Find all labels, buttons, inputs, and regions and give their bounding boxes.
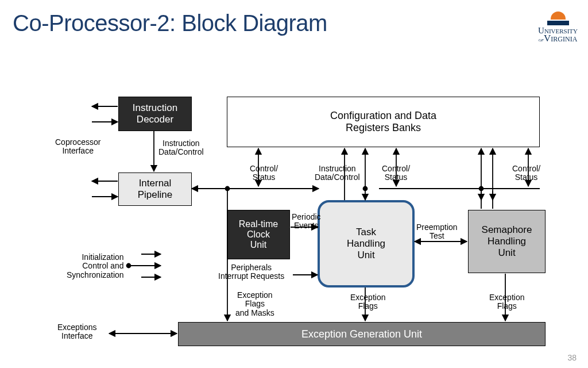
- label-instruction-data-control-1: Instruction Data/Control: [158, 139, 204, 157]
- svg-point-7: [226, 187, 230, 191]
- label-exception-flags-1: Exception Flags: [350, 293, 385, 311]
- label-instruction-data-control-2: Instruction Data/Control: [315, 164, 360, 182]
- uva-logo: University ofVirginia: [538, 12, 578, 44]
- page-number: 38: [567, 353, 577, 362]
- label-initialization: Initialization Control and Synchronizati…: [67, 253, 124, 279]
- logo-dome-icon: [551, 12, 566, 20]
- svg-point-8: [363, 187, 368, 191]
- label-periodic-events: Periodic Events: [292, 213, 321, 231]
- page-title: Co-Processor-2: Block Diagram: [13, 10, 327, 36]
- label-peripherals-irq: Peripherals Interrupt Requests: [218, 263, 284, 281]
- label-exceptions-interface: Exceptions Interface: [57, 323, 96, 341]
- diagram-arrows: [0, 0, 588, 368]
- label-exception-flags-masks: Exception Flags and Masks: [235, 291, 274, 317]
- block-semaphore-handling: Semaphore Handling Unit: [468, 210, 546, 273]
- label-preemption-test: Preemption Test: [416, 223, 458, 241]
- label-control-status-2: Control/ Status: [382, 164, 410, 182]
- logo-line2: ofVirginia: [538, 34, 578, 44]
- block-instruction-decoder: Instruction Decoder: [118, 97, 192, 131]
- svg-point-9: [479, 187, 483, 191]
- block-rtc: Real-time Clock Unit: [227, 210, 290, 259]
- label-exception-flags-2: Exception Flags: [489, 293, 524, 311]
- block-task-handling: Task Handling Unit: [319, 201, 413, 286]
- logo-base-icon: [547, 21, 569, 25]
- block-exception-gen: Exception Generation Unit: [178, 322, 546, 346]
- block-internal-pipeline: Internal Pipeline: [118, 172, 192, 206]
- label-control-status-3: Control/ Status: [512, 164, 540, 182]
- block-config-registers: Configuration and Data Registers Banks: [227, 97, 540, 147]
- svg-point-24: [127, 264, 131, 268]
- label-coprocessor-interface: Coprocessor Interface: [55, 138, 100, 156]
- label-control-status-1: Control/ Status: [250, 164, 278, 182]
